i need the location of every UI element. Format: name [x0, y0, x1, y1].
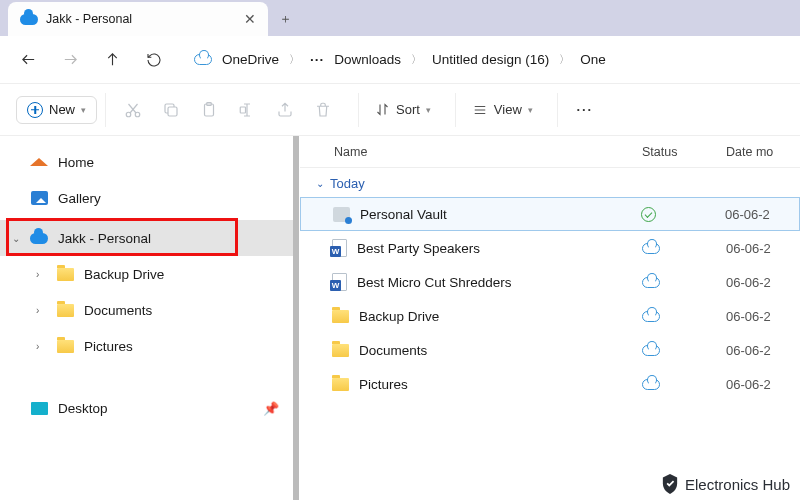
chevron-down-icon: ▾ [528, 105, 533, 115]
sidebar-item-label: Jakk - Personal [58, 231, 151, 246]
up-button[interactable] [94, 42, 130, 78]
new-label: New [49, 102, 75, 117]
file-row[interactable]: Personal Vault 06-06-2 [300, 197, 800, 231]
chevron-right-icon[interactable]: › [36, 269, 39, 280]
view-label: View [494, 102, 522, 117]
new-button[interactable]: New ▾ [16, 96, 97, 124]
cloud-icon [30, 229, 48, 247]
vault-icon [333, 207, 350, 222]
plus-icon [27, 102, 43, 118]
chevron-right-icon[interactable]: › [36, 341, 39, 352]
file-row[interactable]: Backup Drive 06-06-2 [300, 299, 800, 333]
view-button[interactable]: View ▾ [466, 102, 539, 117]
sidebar-item-gallery[interactable]: Gallery [0, 180, 299, 216]
file-row[interactable]: Documents 06-06-2 [300, 333, 800, 367]
refresh-button[interactable] [136, 42, 172, 78]
sidebar-item-backup-drive[interactable]: › Backup Drive [0, 256, 299, 292]
file-name: Documents [359, 343, 427, 358]
toolbar: New ▾ Sort ▾ View ▾ ··· [0, 84, 800, 136]
sidebar-item-label: Documents [84, 303, 152, 318]
chevron-right-icon[interactable]: › [36, 305, 39, 316]
cloud-status-icon [642, 345, 660, 356]
cut-button[interactable] [116, 93, 150, 127]
file-date: 06-06-2 [726, 343, 800, 358]
sidebar-item-label: Home [58, 155, 94, 170]
folder-icon [56, 301, 74, 319]
file-row[interactable]: Pictures 06-06-2 [300, 367, 800, 401]
crumb-untitled[interactable]: Untitled design (16) [432, 52, 549, 67]
desktop-icon [30, 399, 48, 417]
paste-button[interactable] [192, 93, 226, 127]
folder-icon [56, 337, 74, 355]
crumb-one[interactable]: One [580, 52, 606, 67]
rename-button[interactable] [230, 93, 264, 127]
chevron-down-icon: ⌄ [316, 178, 324, 189]
svg-rect-2 [168, 107, 177, 116]
file-row[interactable]: Best Micro Cut Shredders 06-06-2 [300, 265, 800, 299]
watermark-text: Electronics Hub [685, 476, 790, 493]
sidebar-item-documents[interactable]: › Documents [0, 292, 299, 328]
group-today[interactable]: ⌄ Today [300, 168, 800, 197]
sidebar-item-home[interactable]: Home [0, 144, 299, 180]
sidebar-item-label: Gallery [58, 191, 101, 206]
close-icon[interactable]: ✕ [244, 11, 256, 27]
sidebar-item-desktop[interactable]: Desktop 📌 [0, 390, 299, 426]
active-tab[interactable]: Jakk - Personal ✕ [8, 2, 268, 36]
chevron-right-icon: 〉 [411, 52, 422, 67]
col-name[interactable]: Name [300, 145, 642, 159]
word-doc-icon [332, 273, 347, 291]
cloud-icon [194, 51, 212, 69]
sidebar-resize-handle[interactable] [293, 136, 299, 500]
synced-icon [641, 207, 656, 222]
file-row[interactable]: Best Party Speakers 06-06-2 [300, 231, 800, 265]
file-name: Personal Vault [360, 207, 447, 222]
folder-icon [56, 265, 74, 283]
file-date: 06-06-2 [726, 377, 800, 392]
folder-icon [332, 344, 349, 357]
home-icon [30, 153, 48, 171]
delete-button[interactable] [306, 93, 340, 127]
file-name: Best Party Speakers [357, 241, 480, 256]
clipboard-group [105, 93, 350, 127]
sidebar-item-label: Backup Drive [84, 267, 164, 282]
svg-rect-5 [240, 107, 245, 113]
file-date: 06-06-2 [726, 309, 800, 324]
crumb-more[interactable]: ··· [310, 52, 324, 67]
file-date: 06-06-2 [726, 275, 800, 290]
sidebar-item-pictures[interactable]: › Pictures [0, 328, 299, 364]
view-group2: View ▾ [455, 93, 549, 127]
watermark: Electronics Hub [661, 474, 790, 494]
cloud-icon [20, 10, 38, 28]
file-date: 06-06-2 [725, 207, 799, 222]
col-status[interactable]: Status [642, 145, 726, 159]
overflow-group: ··· [557, 93, 612, 127]
gallery-icon [30, 189, 48, 207]
sidebar-item-label: Desktop [58, 401, 108, 416]
back-button[interactable] [10, 42, 46, 78]
share-button[interactable] [268, 93, 302, 127]
more-button[interactable]: ··· [568, 93, 602, 127]
folder-icon [332, 378, 349, 391]
sidebar: Home Gallery ⌄ Jakk - Personal › Backup … [0, 136, 300, 500]
col-date[interactable]: Date mo [726, 145, 800, 159]
crumb-downloads[interactable]: Downloads [334, 52, 401, 67]
new-tab-button[interactable]: ＋ [268, 2, 302, 36]
group-label: Today [330, 176, 365, 191]
main-area: Home Gallery ⌄ Jakk - Personal › Backup … [0, 136, 800, 500]
file-name: Best Micro Cut Shredders [357, 275, 512, 290]
crumb-onedrive[interactable]: OneDrive [222, 52, 279, 67]
forward-button[interactable] [52, 42, 88, 78]
sidebar-item-jakk-personal[interactable]: ⌄ Jakk - Personal [0, 220, 299, 256]
nav-bar: OneDrive 〉 ··· Downloads 〉 Untitled desi… [0, 36, 800, 84]
file-date: 06-06-2 [726, 241, 800, 256]
sort-button[interactable]: Sort ▾ [369, 102, 437, 117]
view-group: Sort ▾ [358, 93, 447, 127]
cloud-status-icon [642, 311, 660, 322]
tab-title: Jakk - Personal [46, 12, 236, 26]
chevron-right-icon: 〉 [289, 52, 300, 67]
chevron-down-icon[interactable]: ⌄ [12, 233, 20, 244]
tab-strip: Jakk - Personal ✕ ＋ [0, 0, 800, 36]
file-name: Backup Drive [359, 309, 439, 324]
pin-icon[interactable]: 📌 [263, 401, 279, 416]
copy-button[interactable] [154, 93, 188, 127]
